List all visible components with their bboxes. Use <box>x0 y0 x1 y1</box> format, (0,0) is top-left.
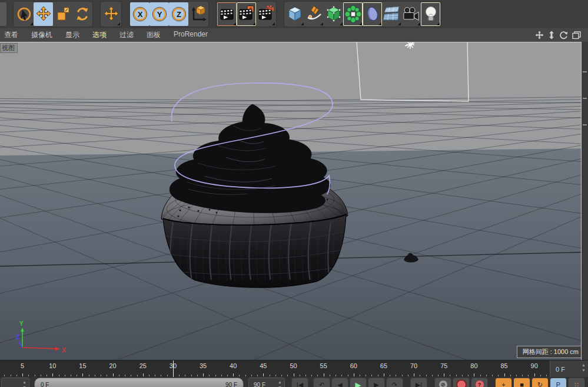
maximize-view-icon[interactable] <box>572 31 581 39</box>
render-settings-button[interactable] <box>256 2 275 26</box>
autokey-button[interactable]: ? <box>471 378 488 387</box>
axis-z-label: Z <box>177 10 181 19</box>
lock-y-button[interactable]: Y <box>150 2 169 26</box>
timeline-range-slider[interactable]: 0 F 90 F <box>34 378 244 387</box>
environment-button[interactable] <box>382 2 401 26</box>
viewport-tab-label[interactable]: 视图 <box>0 43 18 53</box>
timeline-ruler[interactable]: 51015202530354045505560657075808590 0 F … <box>0 360 588 378</box>
ruler-frame-label: 80 <box>470 362 477 369</box>
ruler-frame-label: 60 <box>350 362 357 369</box>
ruler-frame-label: 55 <box>320 362 327 369</box>
move-tool-button[interactable] <box>34 2 53 26</box>
goto-end-button[interactable]: ▶| <box>410 378 427 387</box>
play-button[interactable]: ▶ <box>350 378 367 387</box>
move-icon <box>102 5 121 24</box>
key-position-toggle[interactable]: + <box>495 378 512 387</box>
render-view-button[interactable] <box>217 2 237 26</box>
deformers-button[interactable] <box>343 2 363 26</box>
frame-spinner[interactable]: ▲▼ <box>576 363 586 372</box>
axis-y-label: Y <box>157 10 162 19</box>
rotate-view-icon[interactable] <box>559 31 568 39</box>
field-blob-icon <box>363 4 382 24</box>
cursor-circle-icon <box>15 4 33 24</box>
light-button[interactable] <box>421 2 440 26</box>
next-key-button[interactable]: ↷ <box>386 378 403 387</box>
previous-key-button[interactable]: ↶ <box>313 378 330 387</box>
playhead-marker[interactable] <box>173 360 174 378</box>
keyframe-record-button[interactable] <box>453 378 470 387</box>
scale-tool-button[interactable] <box>53 2 72 26</box>
menu-items: 查看摄像机显示选项过滤面板ProRender <box>0 30 214 40</box>
key-scale-toggle[interactable]: ■ <box>513 378 530 387</box>
undo-icon[interactable] <box>0 2 6 26</box>
viewport-nav-controls <box>535 28 581 42</box>
range-end-value: 90 F <box>225 382 237 387</box>
main-toolbar: X Y Z <box>0 0 588 28</box>
axis-x-label: X <box>137 10 142 19</box>
key-pla-toggle[interactable]: ∷ <box>568 378 585 387</box>
pen-icon <box>305 4 324 24</box>
render-gear-clapper-icon <box>257 4 275 24</box>
goto-start-button[interactable]: |◀ <box>291 378 308 387</box>
menu-item-6[interactable]: ProRender <box>167 30 214 40</box>
menu-item-2[interactable]: 显示 <box>59 30 86 40</box>
viewport-scrollbar[interactable] <box>581 42 588 360</box>
floor-grid-icon <box>383 4 401 24</box>
fields-button[interactable] <box>363 2 382 26</box>
viewport-menubar: 查看摄像机显示选项过滤面板ProRender <box>0 28 588 42</box>
key-parameter-toggle[interactable]: P <box>550 378 567 387</box>
menu-item-0[interactable]: 查看 <box>0 30 25 40</box>
ruler-frame-label: 10 <box>49 362 56 369</box>
ruler-frame-label: 50 <box>290 362 297 369</box>
coordinate-system-button[interactable] <box>188 2 208 26</box>
last-tool-group <box>100 1 122 27</box>
live-selection-button[interactable] <box>14 2 34 26</box>
gizmo-z-label: Z <box>16 334 19 340</box>
ruler-frame-label: 20 <box>109 362 116 369</box>
viewport-3d[interactable]: Y Z X 视图 网格间距 : 1000 cm <box>0 42 588 360</box>
subdivision-cube-icon <box>324 4 343 24</box>
end-frame-field[interactable]: 90 F ▲▼ <box>248 378 285 387</box>
selection-tools-group <box>13 1 93 27</box>
ruler-frame-label: 35 <box>200 362 207 369</box>
ruler-frame-label: 15 <box>79 362 86 369</box>
lock-z-button[interactable]: Z <box>169 2 188 26</box>
start-frame-field[interactable]: ▲▼ <box>1 378 29 387</box>
record-button[interactable]: ⊘ <box>434 378 451 387</box>
objects-group <box>284 1 441 27</box>
cinema4d-window: X Y Z <box>0 0 588 387</box>
render-clapper-icon <box>218 4 236 24</box>
ruler-frame-label: 65 <box>380 362 387 369</box>
gizmo-y-label: Y <box>19 320 24 327</box>
menu-item-5[interactable]: 面板 <box>140 30 167 40</box>
coordinate-cube-icon <box>189 4 208 24</box>
camera-icon <box>401 4 421 24</box>
end-frame-spinner[interactable]: ▲▼ <box>278 380 282 387</box>
previous-frame-button[interactable]: ◀ <box>331 378 348 387</box>
gizmo-x-label: X <box>62 347 66 353</box>
render-picture-viewer-button[interactable] <box>237 2 256 26</box>
light-bulb-icon <box>421 4 440 24</box>
range-start-value: 0 F <box>41 382 49 387</box>
scale-icon <box>54 4 72 24</box>
pan-view-icon[interactable] <box>535 31 544 39</box>
camera-button[interactable] <box>401 2 421 26</box>
start-frame-spinner[interactable]: ▲▼ <box>22 380 26 387</box>
menu-item-1[interactable]: 摄像机 <box>25 30 59 40</box>
ruler-frame-label: 25 <box>139 362 147 369</box>
current-frame-field[interactable]: 0 F ▲▼ <box>550 360 588 378</box>
generators-button[interactable] <box>324 2 343 26</box>
menu-item-3[interactable]: 选项 <box>86 30 113 40</box>
end-frame-value: 90 F <box>254 382 265 387</box>
key-rotation-toggle[interactable]: ↻ <box>531 378 549 387</box>
spline-pen-button[interactable] <box>304 2 324 26</box>
menu-item-4[interactable]: 过滤 <box>113 30 140 40</box>
add-primitive-button[interactable] <box>285 2 304 26</box>
ruler-frame-label: 5 <box>21 362 24 369</box>
ruler-frame-label: 90 <box>531 362 538 369</box>
next-frame-button[interactable]: ▶ <box>368 378 385 387</box>
zoom-view-icon[interactable] <box>548 31 555 39</box>
lock-x-button[interactable]: X <box>130 2 150 26</box>
rotate-tool-button[interactable] <box>72 2 92 26</box>
last-used-tool-button[interactable] <box>101 2 121 26</box>
